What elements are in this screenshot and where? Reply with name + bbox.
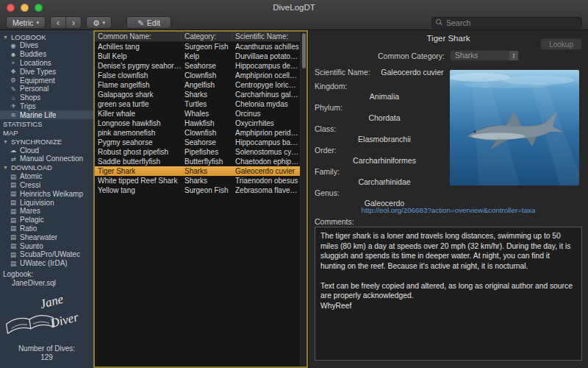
shark-photo-image (450, 70, 579, 185)
uwatec-irda-icon: ▤ (10, 260, 17, 267)
comments-textarea[interactable]: The tiger shark is a loner and travels l… (315, 227, 582, 361)
search-field[interactable] (431, 17, 582, 29)
column-header-scientific-name[interactable]: Scientific Name: (232, 32, 306, 41)
sidebar-item-cloud[interactable]: ☁Cloud (0, 146, 93, 155)
table-row[interactable]: pink anemonefishClownfishAmphiprion peri… (95, 128, 300, 138)
table-row[interactable]: Tiger SharkSharksGaleocerdo cuvier (95, 166, 300, 176)
common-category-row: Common Category: Sharks (309, 50, 588, 61)
category-cell: Whales (182, 110, 232, 118)
field-value-class: Elasmobranchii (315, 135, 454, 144)
tiger-shark-photo (450, 70, 579, 185)
sidebar-section-statistics[interactable]: STATISTICS (0, 119, 93, 128)
sidebar-item-locations[interactable]: ⌖Locations (0, 59, 93, 68)
sidebar-item-suunto[interactable]: ▤Suunto (0, 241, 93, 250)
sidebar-item-uwatec-irda[interactable]: ▤UWatec (IrDA) (0, 259, 93, 268)
scientific-name-cell: Solenostomus cyanopter... (232, 148, 300, 156)
dive-types-icon: ❖ (10, 68, 17, 75)
sidebar-item-marine-life[interactable]: ≋Marine Life (0, 110, 93, 119)
titlebar[interactable]: DiveLogDT (0, 0, 588, 15)
sidebar-section-logbook[interactable]: ▼LOGBOOK (0, 32, 93, 41)
scientific-name-cell: Orcinus (232, 110, 300, 118)
sidebar-item-heinrichs-weikamp[interactable]: ▤Heinrichs Weikamp (0, 189, 93, 198)
sidebar-item-label: ScubaPro/UWatec (20, 250, 80, 258)
table-row[interactable]: green sea turtleTurtlesChelonia mydas (95, 99, 300, 109)
locations-icon: ⌖ (10, 59, 17, 67)
sidebar-item-scubapro-uwatec[interactable]: ▤ScubaPro/UWatec (0, 250, 93, 259)
table-body: Achilles tangSurgeon FishAcanthurus achi… (95, 42, 300, 367)
common-name-cell: pink anemonefish (95, 129, 182, 137)
sidebar-item-label: Equipment (20, 77, 55, 85)
sidebar-item-shearwater[interactable]: ▤Shearwater (0, 233, 93, 241)
comments-label: Comments: (315, 217, 354, 226)
eol-link[interactable]: http://eol.org/206683?action=overview&co… (309, 206, 588, 214)
common-category-dropdown[interactable]: Sharks (450, 50, 519, 61)
table-row[interactable]: Killer whaleWhalesOrcinus (95, 109, 300, 118)
table-row[interactable]: False clownfishClownfishAmphiprion ocell… (95, 71, 300, 80)
table-row[interactable]: Yellow tangSurgeon FishZebrasoma flavesc… (95, 185, 300, 195)
marine-life-icon: ≋ (10, 111, 17, 118)
table-row[interactable]: Saddle butterflyfishButterflyfishChaetod… (95, 157, 300, 166)
forward-button[interactable]: › (65, 16, 82, 29)
table-row[interactable]: Flame angelfishAngelfishCentropyge loric… (95, 80, 300, 90)
sidebar-item-dive-types[interactable]: ❖Dive Types (0, 67, 93, 76)
sidebar-item-buddies[interactable]: ☻Buddies (0, 50, 93, 59)
table-row[interactable]: Denise's pygmy seahorseSeahorseHippocamp… (95, 61, 300, 71)
sidebar-item-shops[interactable]: ⌂Shops (0, 93, 93, 102)
edit-button[interactable]: ✎ Edit (126, 16, 171, 29)
sidebar-section-download[interactable]: ▼DOWNLOAD (0, 163, 93, 172)
field-value-order: Carcharhiniformes (315, 156, 454, 165)
nav-segment: ‹ › (50, 16, 82, 29)
column-header-category[interactable]: Category: (182, 32, 232, 41)
sidebar-item-manual-connection[interactable]: ⇄Manual Connection (0, 155, 93, 163)
common-name-cell: Saddle butterflyfish (95, 158, 182, 166)
disclosure-triangle-icon[interactable]: ▼ (3, 35, 9, 40)
disclosure-triangle-icon[interactable]: ▼ (3, 139, 9, 144)
scrollbar-thumb[interactable] (302, 33, 306, 68)
sidebar-item-trips[interactable]: ✈Trips (0, 102, 93, 111)
sidebar-item-dives[interactable]: ◉Dives (0, 41, 93, 50)
sidebar-item-mares[interactable]: ▤Mares (0, 207, 93, 216)
sidebar-item-label: Buddies (20, 50, 46, 58)
buddies-icon: ☻ (10, 51, 17, 58)
sidebar-item-liquivision[interactable]: ▤Liquivision (0, 198, 93, 207)
table-row[interactable]: Galapagos sharkSharksCarcharhinus galapa… (95, 90, 300, 99)
table-row[interactable]: Robust ghost pipefishPipefishesSolenosto… (95, 147, 300, 157)
category-cell: Clownfish (182, 129, 232, 137)
minimize-button[interactable] (21, 4, 29, 12)
logbook-logo-image: Jane Diver (0, 289, 93, 342)
sidebar-item-cressi[interactable]: ▤Cressi (0, 181, 93, 190)
table-row[interactable]: Achilles tangSurgeon FishAcanthurus achi… (95, 42, 300, 52)
scientific-name-cell: Acanthurus achilles (232, 43, 300, 51)
column-header-common-name[interactable]: Common Name: (95, 32, 182, 41)
sidebar-item-label: Locations (20, 59, 51, 67)
sidebar-item-equipment[interactable]: ⚙Equipment (0, 76, 93, 85)
table-scrollbar[interactable] (300, 32, 306, 367)
table-row[interactable]: White tipped Reef SharkSharksTriaenodon … (95, 176, 300, 185)
metric-dropdown-label: Metric (12, 18, 34, 27)
pelagic-icon: ▤ (10, 216, 17, 224)
search-icon (436, 19, 442, 26)
action-gear-dropdown[interactable]: ⚙ ▾ (86, 16, 112, 29)
table-row[interactable]: Longnose hawkfishHawkfishOxycirrhites (95, 118, 300, 128)
table-row[interactable]: Pygmy seahorseSeahorseHippocampus bargib… (95, 138, 300, 147)
scubapro-uwatec-icon: ▤ (10, 251, 17, 258)
sidebar-item-label: Manual Connection (20, 155, 83, 163)
zoom-button[interactable] (35, 4, 43, 12)
search-input[interactable] (446, 18, 578, 27)
sidebar-item-atomic[interactable]: ▤Atomic (0, 172, 93, 181)
lookup-button[interactable]: Lookup (540, 38, 582, 50)
scientific-name-cell: Zebrasoma flavescens (232, 186, 300, 194)
close-button[interactable] (7, 4, 15, 12)
back-button[interactable]: ‹ (50, 16, 65, 29)
sidebar-item-label: Mares (20, 207, 40, 215)
scientific-name-cell: Hippocampus denise (232, 62, 300, 70)
sidebar-item-pelagic[interactable]: ▤Pelagic (0, 216, 93, 224)
metric-dropdown[interactable]: Metric ▾ (6, 16, 46, 29)
sidebar-item-personal[interactable]: ✎Personal (0, 85, 93, 93)
sidebar-section-synchronize[interactable]: ▼SYNCHRONIZE (0, 137, 93, 146)
sidebar-section-map[interactable]: MAP (0, 128, 93, 137)
table-row[interactable]: Bull KelpKelpDurvillaea potatorum (95, 52, 300, 61)
logbook-filename[interactable]: JaneDiver.sql (0, 278, 93, 287)
disclosure-triangle-icon[interactable]: ▼ (3, 165, 9, 170)
sidebar-item-ratio[interactable]: ▤Ratio (0, 224, 93, 233)
